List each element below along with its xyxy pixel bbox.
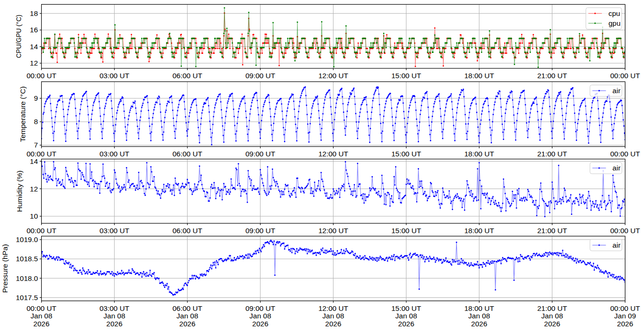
svg-text:21:00 UT: 21:00 UT: [537, 72, 567, 80]
svg-text:00:00 UT: 00:00 UT: [610, 304, 640, 312]
svg-text:06:00 UT: 06:00 UT: [173, 304, 203, 312]
svg-text:18:00 UT: 18:00 UT: [464, 227, 494, 235]
svg-text:00:00 UT: 00:00 UT: [27, 304, 57, 312]
svg-text:15:00 UT: 15:00 UT: [391, 227, 421, 235]
svg-text:2026: 2026: [33, 320, 49, 328]
svg-text:air: air: [613, 87, 621, 95]
svg-text:12: 12: [30, 59, 38, 67]
svg-text:18:00 UT: 18:00 UT: [464, 304, 494, 312]
svg-text:03:00 UT: 03:00 UT: [100, 304, 130, 312]
svg-text:12: 12: [30, 185, 38, 193]
svg-text:2026: 2026: [179, 320, 195, 328]
svg-text:2026: 2026: [471, 320, 487, 328]
svg-text:12:00 UT: 12:00 UT: [318, 150, 348, 158]
svg-text:Jan 09: Jan 09: [614, 312, 636, 320]
svg-text:8: 8: [34, 118, 38, 125]
svg-text:09:00 UT: 09:00 UT: [246, 150, 275, 158]
svg-text:Humidity (%): Humidity (%): [15, 170, 23, 212]
svg-text:Jan 08: Jan 08: [30, 312, 52, 320]
svg-text:Pressure (hPa): Pressure (hPa): [1, 244, 9, 293]
svg-text:12:00 UT: 12:00 UT: [318, 304, 348, 312]
svg-text:03:00 UT: 03:00 UT: [100, 227, 130, 235]
svg-text:15:00 UT: 15:00 UT: [391, 304, 421, 312]
svg-text:Jan 08: Jan 08: [176, 312, 198, 320]
svg-text:18:00 UT: 18:00 UT: [464, 72, 494, 80]
svg-text:00:00 UT: 00:00 UT: [610, 72, 640, 80]
svg-text:21:00 UT: 21:00 UT: [537, 150, 567, 158]
svg-text:12:00 UT: 12:00 UT: [318, 227, 348, 235]
svg-text:2026: 2026: [398, 320, 414, 328]
svg-text:cpu: cpu: [608, 9, 620, 17]
svg-text:2026: 2026: [544, 320, 560, 328]
svg-text:Jan 08: Jan 08: [249, 312, 271, 320]
svg-text:00:00 UT: 00:00 UT: [27, 227, 57, 235]
svg-text:2026: 2026: [106, 320, 122, 328]
svg-text:CPU/GPU (°C): CPU/GPU (°C): [15, 15, 22, 58]
svg-text:2026: 2026: [325, 320, 341, 328]
svg-text:2026: 2026: [617, 320, 633, 328]
svg-text:18:00 UT: 18:00 UT: [464, 150, 494, 158]
svg-text:7: 7: [34, 141, 38, 149]
svg-text:00:00 UT: 00:00 UT: [27, 150, 57, 158]
svg-text:14: 14: [30, 43, 38, 51]
svg-text:00:00 UT: 00:00 UT: [27, 72, 57, 80]
svg-text:09:00 UT: 09:00 UT: [246, 304, 275, 312]
svg-text:Jan 08: Jan 08: [322, 312, 344, 320]
svg-text:1018.0: 1018.0: [16, 274, 38, 282]
svg-text:air: air: [613, 241, 621, 249]
svg-text:air: air: [613, 164, 621, 172]
svg-text:12:00 UT: 12:00 UT: [318, 72, 348, 80]
svg-text:16: 16: [30, 26, 38, 34]
svg-text:10: 10: [30, 212, 38, 220]
svg-text:15:00 UT: 15:00 UT: [391, 150, 421, 158]
svg-text:06:00 UT: 06:00 UT: [173, 72, 203, 80]
svg-text:1017.5: 1017.5: [16, 294, 38, 302]
svg-text:03:00 UT: 03:00 UT: [100, 150, 130, 158]
svg-text:06:00 UT: 06:00 UT: [173, 150, 203, 158]
svg-text:1018.5: 1018.5: [16, 255, 38, 263]
svg-text:Jan 08: Jan 08: [395, 312, 417, 320]
svg-text:09:00 UT: 09:00 UT: [246, 227, 275, 235]
svg-text:gpu: gpu: [608, 19, 621, 27]
svg-text:2026: 2026: [252, 320, 268, 328]
svg-text:Temperature (°C): Temperature (°C): [19, 86, 27, 142]
svg-text:00:00 UT: 00:00 UT: [610, 150, 640, 158]
svg-text:09:00 UT: 09:00 UT: [246, 72, 275, 80]
svg-text:Jan 08: Jan 08: [468, 312, 490, 320]
svg-text:03:00 UT: 03:00 UT: [100, 72, 130, 80]
svg-text:15:00 UT: 15:00 UT: [391, 72, 421, 80]
svg-text:18: 18: [30, 9, 38, 17]
svg-text:00:00 UT: 00:00 UT: [610, 227, 640, 235]
svg-text:Jan 08: Jan 08: [541, 312, 563, 320]
svg-text:Jan 08: Jan 08: [103, 312, 125, 320]
svg-text:1019.0: 1019.0: [16, 235, 38, 243]
svg-text:9: 9: [34, 94, 38, 102]
svg-text:06:00 UT: 06:00 UT: [173, 227, 203, 235]
svg-text:14: 14: [30, 157, 38, 165]
svg-text:21:00 UT: 21:00 UT: [537, 304, 567, 312]
svg-text:21:00 UT: 21:00 UT: [537, 227, 567, 235]
